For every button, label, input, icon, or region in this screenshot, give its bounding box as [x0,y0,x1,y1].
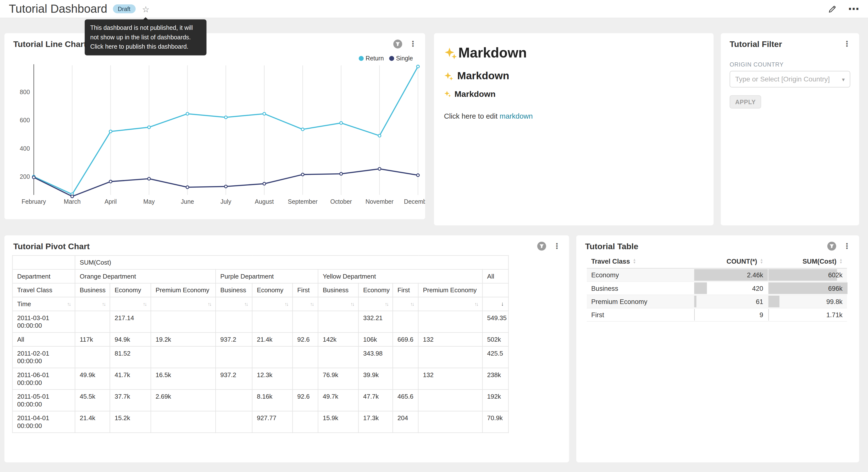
pivot-table: SUM(Cost)DepartmentOrange DepartmentPurp… [12,255,509,433]
pivot-sort-header[interactable]: ↑↓ [393,297,418,311]
pivot-sort-header[interactable]: ↑↓ [359,297,393,311]
pivot-cell: 332.21 [359,311,393,332]
markdown-heading-2: Markdown [444,70,704,82]
origin-country-select[interactable]: Type or Select [Origin Country] ▾ [730,71,850,88]
line-chart-plot[interactable]: FebruaryMarchAprilMayJuneJulyAugustSepte… [4,62,425,207]
pivot-sort-header[interactable]: ↑↓ [293,297,318,311]
kebab-menu-icon[interactable]: ⋮ [551,241,562,251]
pivot-time-header[interactable]: Time↑↓ [12,297,75,311]
pivot-cell: 927.77 [252,411,292,433]
data-point [301,128,304,130]
kebab-menu-icon[interactable]: ⋮ [841,241,852,251]
sort-icon[interactable]: ↑↓ [102,300,105,308]
pivot-sort-header[interactable]: ↑↓ [216,297,252,311]
pivot-cell: 117k [75,333,110,347]
pivot-cell: 132 [418,368,483,389]
pivot-cell: 16.5k [151,368,216,389]
pivot-sort-header[interactable]: ↑↓ [418,297,483,311]
filter-badge-icon[interactable] [827,241,836,251]
table-row: First91.71k [587,308,847,321]
markdown-h2-text: Markdown [457,70,509,82]
pivot-row: 2011-03-01 00:00:00217.14332.21549.35 [12,311,508,332]
sort-icon[interactable]: ↑↓ [143,300,146,308]
data-point [340,172,342,175]
data-point [148,126,150,129]
data-table-wrap: Travel Class▲▼COUNT(*)▲▼SUM(Cost)▲▼Econo… [576,251,859,322]
legend-item-single[interactable]: Single [390,55,413,61]
markdown-edit-link[interactable]: markdown [499,112,533,120]
data-point [340,122,342,124]
pivot-column-header: First [393,283,418,297]
filter-badge-icon[interactable] [537,241,546,251]
sparkles-icon [444,71,453,81]
sort-icon[interactable]: ↑↓ [310,300,313,308]
dashboard-header: Tutorial Dashboard Draft ☆ ⋯ [0,0,868,18]
table-cell-count: 2.46k [694,268,768,282]
cell-value: 61 [756,298,763,305]
legend-item-return[interactable]: Return [359,55,384,61]
pivot-sort-header[interactable]: ↑↓ [252,297,292,311]
markdown-card[interactable]: Markdown Markdown Markdown Click here to… [434,33,713,226]
pivot-sort-header[interactable]: ↑↓ [318,297,359,311]
filter-card-head: Tutorial Filter ⋮ [721,33,859,49]
pivot-row: 2011-06-01 00:00:0049.9k41.7k16.5k937.21… [12,368,508,389]
pivot-cell [318,346,359,368]
pivot-total-cell: 70.9k [483,411,508,433]
pivot-column-header: Business [318,283,359,297]
table-header-sum-cost-[interactable]: SUM(Cost)▲▼ [768,255,847,268]
pivot-sort-header-active[interactable]: ↓ [483,297,508,311]
apply-button[interactable]: APPLY [730,95,761,108]
table-card-icons: ⋮ [827,241,852,251]
sort-icon[interactable]: ↑↓ [67,300,70,308]
table-header-inner: Travel Class▲▼ [591,258,689,265]
kebab-menu-icon[interactable]: ⋮ [841,39,852,49]
sort-icon[interactable]: ↑↓ [208,300,211,308]
sort-desc-icon[interactable]: ↓ [501,300,504,308]
y-axis-label: 400 [20,145,30,152]
sort-icon[interactable]: ↑↓ [385,300,388,308]
pivot-sort-header[interactable]: ↑↓ [151,297,216,311]
sorter-down-icon: ▼ [760,261,763,264]
pivot-sort-header[interactable]: ↑↓ [110,297,151,311]
edit-pencil-icon[interactable] [828,4,837,13]
kebab-menu-icon[interactable]: ⋮ [407,39,418,49]
pivot-cell [393,311,418,332]
sort-icon[interactable]: ↑↓ [410,300,414,308]
data-point [109,180,112,183]
table-header-travel-class[interactable]: Travel Class▲▼ [587,255,694,268]
cell-value: 99.8k [826,298,842,305]
pivot-cell: 937.2 [216,333,252,347]
pivot-cell [393,346,418,368]
sort-icon[interactable]: ↑↓ [474,300,478,308]
sort-icon[interactable]: ↑↓ [285,300,288,308]
table-header-inner: SUM(Cost)▲▼ [772,258,843,265]
table-cell-travel-class: Business [587,282,694,295]
pivot-title: Tutorial Pivot Chart [13,241,90,251]
sort-icon[interactable]: ↑↓ [244,300,247,308]
table-cell-sum: 99.8k [768,295,847,308]
filter-badge-icon[interactable] [393,39,402,49]
draft-badge[interactable]: Draft [113,4,135,13]
pivot-cell: 142k [318,333,359,347]
data-point [71,195,73,198]
pivot-cell: 8.16k [252,390,292,411]
line-chart-icons: ⋮ [393,39,418,49]
tooltip-text: This dashboard is not published, it will… [90,25,193,50]
sort-icon[interactable]: ↑↓ [350,300,354,308]
filter-card: Tutorial Filter ⋮ ORIGIN COUNTRY Type or… [721,33,859,226]
pivot-cell: 41.7k [110,368,151,389]
x-axis-label: April [104,198,117,205]
x-axis-label: August [255,198,274,205]
header-right: ⋯ [828,3,859,14]
data-point [263,182,266,185]
pivot-table-wrap: SUM(Cost)DepartmentOrange DepartmentPurp… [4,251,569,433]
more-options-icon[interactable]: ⋯ [848,3,859,14]
data-table: Travel Class▲▼COUNT(*)▲▼SUM(Cost)▲▼Econo… [587,255,847,322]
table-row: Premium Economy6199.8k [587,295,847,308]
pivot-sort-header[interactable]: ↑↓ [75,297,110,311]
pivot-cell: 45.5k [75,390,110,411]
table-header-count-[interactable]: COUNT(*)▲▼ [694,255,768,268]
pivot-cell [293,368,318,389]
pivot-cell: 94.9k [110,333,151,347]
favorite-star-icon[interactable]: ☆ [142,5,149,13]
